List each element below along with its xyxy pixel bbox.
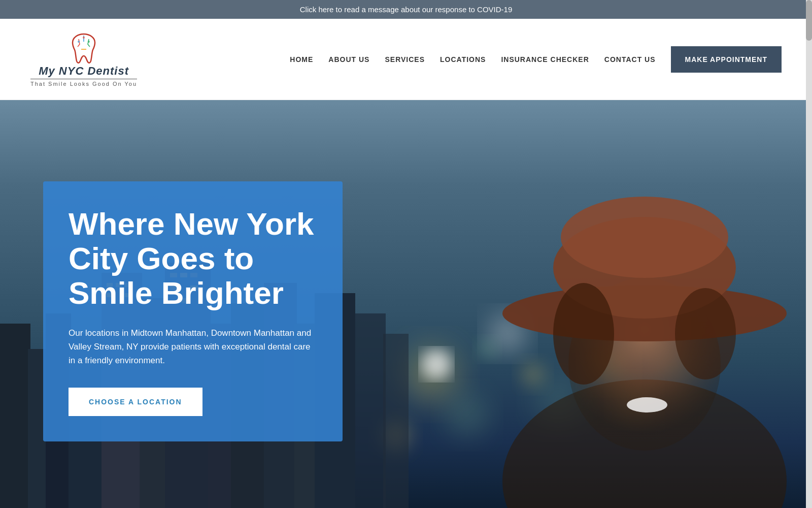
logo-tagline: That Smile Looks Good On You bbox=[30, 79, 137, 87]
svg-point-2 bbox=[88, 41, 90, 43]
svg-point-32 bbox=[421, 349, 452, 379]
nav-contact[interactable]: CONTACT US bbox=[604, 55, 656, 64]
make-appointment-button[interactable]: MAKE APPOINTMENT bbox=[671, 46, 782, 73]
site-header: My NYC Dentist That Smile Looks Good On … bbox=[0, 19, 812, 100]
logo-name: My NYC Dentist bbox=[39, 65, 129, 78]
choose-location-button[interactable]: CHOOSE A LOCATION bbox=[69, 388, 202, 416]
svg-point-44 bbox=[561, 197, 728, 278]
svg-point-45 bbox=[627, 397, 667, 412]
svg-rect-3 bbox=[0, 324, 30, 508]
nav-services[interactable]: SERVICES bbox=[385, 55, 425, 64]
hero-subtitle: Our locations in Midtown Manhattan, Down… bbox=[69, 326, 317, 368]
nav-about[interactable]: ABOUT US bbox=[328, 55, 369, 64]
nav-insurance[interactable]: INSURANCE CHECKER bbox=[501, 55, 589, 64]
scrollbar-thumb[interactable] bbox=[806, 0, 812, 41]
nav-locations[interactable]: LOCATIONS bbox=[440, 55, 486, 64]
nav-home[interactable]: HOME bbox=[290, 55, 313, 64]
svg-point-47 bbox=[675, 288, 736, 379]
covid-banner-text: Click here to read a message about our r… bbox=[300, 5, 513, 14]
covid-banner[interactable]: Click here to read a message about our r… bbox=[0, 0, 812, 19]
svg-point-46 bbox=[553, 283, 614, 385]
hero-title: Where New York City Goes to Smile Bright… bbox=[69, 207, 317, 311]
logo[interactable]: My NYC Dentist That Smile Looks Good On … bbox=[30, 31, 137, 87]
svg-point-0 bbox=[83, 37, 85, 39]
hero-person bbox=[482, 100, 812, 508]
svg-rect-38 bbox=[355, 313, 386, 508]
svg-point-1 bbox=[78, 41, 80, 43]
main-nav: HOME ABOUT US SERVICES LOCATIONS INSURAN… bbox=[290, 46, 782, 73]
hero-content-box: Where New York City Goes to Smile Bright… bbox=[43, 181, 343, 441]
tooth-icon bbox=[69, 31, 99, 65]
svg-rect-39 bbox=[383, 334, 409, 508]
scrollbar[interactable] bbox=[806, 0, 812, 508]
hero-section: Where New York City Goes to Smile Bright… bbox=[0, 100, 812, 508]
